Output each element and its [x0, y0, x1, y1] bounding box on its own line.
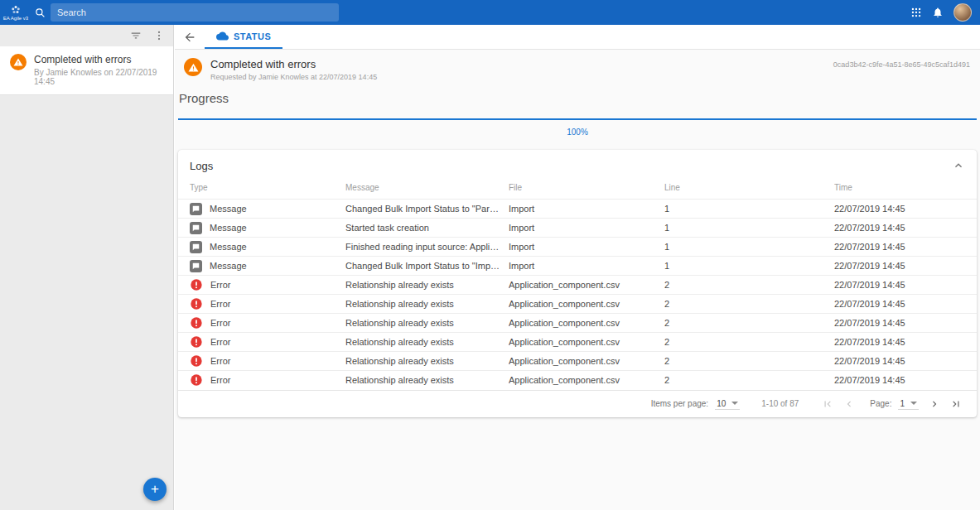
log-type-cell: Message: [178, 200, 345, 219]
first-page-button[interactable]: [817, 398, 838, 410]
warning-icon: [10, 54, 27, 70]
log-type-cell: Error: [178, 314, 345, 333]
more-options-icon[interactable]: [153, 30, 165, 41]
sidebar-toolbar: [0, 25, 173, 46]
log-type-label: Message: [210, 242, 247, 252]
cloud-icon: [216, 30, 229, 42]
back-button[interactable]: [175, 25, 205, 49]
log-time: 22/07/2019 14:45: [834, 257, 977, 276]
log-row: MessageChanged Bulk Import Status to "Pa…: [178, 200, 977, 219]
avatar[interactable]: [953, 3, 972, 22]
search-box[interactable]: [51, 3, 339, 22]
log-file: Import: [509, 238, 664, 257]
logs-column-header: Line: [664, 180, 834, 200]
log-line: 2: [664, 371, 834, 390]
log-row: ErrorRelationship already existsApplicat…: [178, 314, 977, 333]
log-time: 22/07/2019 14:45: [834, 314, 977, 333]
log-file: Application_component.csv: [509, 276, 664, 295]
log-type-label: Error: [210, 299, 230, 309]
job-item-title: Completed with errors: [34, 54, 163, 65]
logs-header-row: TypeMessageFileLineTime: [178, 180, 977, 200]
log-time: 22/07/2019 14:45: [834, 352, 977, 371]
apps-grid-icon[interactable]: [910, 7, 922, 18]
warning-icon: [184, 58, 202, 76]
log-message: Changed Bulk Import Status to "Importing…: [345, 257, 509, 276]
search-input[interactable]: [51, 7, 339, 17]
message-icon: [190, 203, 202, 215]
log-time: 22/07/2019 14:45: [834, 333, 977, 352]
logs-table-body: MessageChanged Bulk Import Status to "Pa…: [178, 200, 977, 390]
log-row: ErrorRelationship already existsApplicat…: [178, 276, 977, 295]
paginator: Items per page: 10 1-10 of 87 Page: 1: [178, 390, 977, 417]
main-content: STATUS Completed with errors Requested b…: [175, 25, 980, 510]
log-line: 1: [664, 200, 834, 219]
log-type-cell: Message: [178, 219, 345, 238]
log-line: 2: [664, 314, 834, 333]
topbar: EA Agile v3: [0, 0, 980, 25]
status-header: Completed with errors Requested by Jamie…: [175, 50, 980, 83]
notifications-icon[interactable]: [932, 7, 944, 18]
log-time: 22/07/2019 14:45: [834, 371, 977, 390]
error-icon: [190, 297, 203, 310]
logs-column-header: Message: [345, 180, 509, 200]
sidebar: Completed with errors By Jamie Knowles o…: [0, 25, 174, 510]
log-row: MessageStarted task creationImport122/07…: [178, 219, 977, 238]
page-label: Page:: [870, 399, 891, 408]
log-line: 1: [664, 238, 834, 257]
previous-page-button[interactable]: [838, 398, 860, 410]
log-line: 1: [664, 257, 834, 276]
items-per-page-value: 10: [717, 399, 726, 408]
log-row: ErrorRelationship already existsApplicat…: [178, 295, 977, 314]
log-time: 22/07/2019 14:45: [834, 238, 977, 257]
log-line: 2: [664, 352, 834, 371]
log-file: Application_component.csv: [509, 371, 664, 390]
log-time: 22/07/2019 14:45: [834, 295, 977, 314]
log-type-cell: Error: [178, 352, 345, 371]
logs-card-header: Logs: [178, 150, 977, 180]
error-icon: [190, 373, 203, 387]
log-time: 22/07/2019 14:45: [834, 200, 977, 219]
log-line: 2: [664, 295, 834, 314]
log-type-cell: Message: [178, 238, 345, 257]
log-file: Import: [509, 200, 664, 219]
log-message: Changed Bulk Import Status to "Parsing f…: [345, 200, 509, 219]
log-line: 1: [664, 219, 834, 238]
import-job-list-item[interactable]: Completed with errors By Jamie Knowles o…: [0, 46, 173, 95]
logs-column-header: Time: [834, 180, 977, 200]
log-type-label: Error: [210, 375, 230, 385]
app-name: EA Agile v3: [3, 16, 28, 21]
add-button[interactable]: +: [143, 478, 167, 501]
items-per-page-select[interactable]: 10: [715, 398, 740, 410]
log-message: Relationship already exists: [345, 352, 509, 371]
log-message: Relationship already exists: [345, 333, 509, 352]
log-row: ErrorRelationship already existsApplicat…: [178, 371, 977, 390]
chevron-down-icon: [731, 402, 738, 405]
log-message: Relationship already exists: [345, 314, 509, 333]
log-time: 22/07/2019 14:45: [834, 276, 977, 295]
log-type-cell: Error: [178, 371, 345, 390]
job-id: 0cad3b42-c9fe-4a51-8e65-49c5caf1d491: [833, 58, 970, 69]
items-per-page-label: Items per page:: [651, 399, 708, 408]
chevron-up-icon[interactable]: [952, 159, 965, 172]
filter-icon[interactable]: [130, 30, 142, 41]
chevron-down-icon: [910, 402, 917, 405]
log-type-label: Message: [210, 223, 247, 233]
app-logo[interactable]: EA Agile v3: [0, 5, 31, 21]
log-file: Application_component.csv: [509, 295, 664, 314]
log-message: Relationship already exists: [345, 276, 509, 295]
logs-table: TypeMessageFileLineTime MessageChanged B…: [178, 180, 977, 390]
log-row: ErrorRelationship already existsApplicat…: [178, 352, 977, 371]
message-icon: [190, 222, 202, 234]
log-type-label: Message: [210, 261, 247, 271]
log-message: Relationship already exists: [345, 371, 509, 390]
search-icon: [35, 7, 46, 18]
log-line: 2: [664, 333, 834, 352]
progress-heading: Progress: [179, 91, 980, 105]
log-line: 2: [664, 276, 834, 295]
error-icon: [190, 354, 203, 368]
next-page-button[interactable]: [924, 398, 945, 410]
tab-status[interactable]: STATUS: [205, 25, 282, 49]
page-select[interactable]: 1: [898, 398, 919, 410]
log-type-label: Error: [210, 318, 230, 328]
last-page-button[interactable]: [945, 398, 967, 410]
